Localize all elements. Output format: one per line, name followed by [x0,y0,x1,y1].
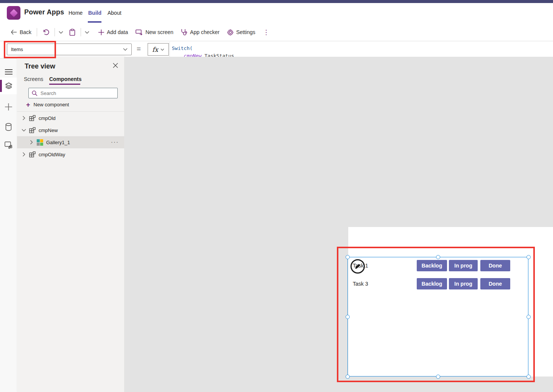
chevron-right-icon[interactable] [29,140,34,145]
tree-view-icon[interactable] [0,78,17,94]
more-commands-button[interactable]: ⋮ [259,26,273,38]
resize-handle[interactable] [527,255,531,259]
tree-item-cmpOld[interactable]: cmpOld [17,112,124,124]
tree-item-label: cmpOld [39,115,56,121]
nav-build[interactable]: Build [88,10,101,16]
settings-label: Settings [236,29,255,35]
top-brand-strip [0,0,553,3]
app-title: Power Apps [24,8,64,16]
chevron-right-icon[interactable] [22,116,26,120]
command-toolbar: Back Add data New screen App checker [0,23,553,41]
app-checker-button[interactable]: App checker [177,26,223,38]
back-button[interactable]: Back [7,26,35,38]
fx-button[interactable]: fx [148,43,169,56]
chevron-down-icon [59,31,63,34]
tree-item-list: cmpOldcmpNewGallery1_1···cmpOldWay [17,112,124,160]
fx-label: fx [152,46,158,53]
app-checker-label: App checker [190,29,220,35]
toolbar-separator [55,28,55,36]
app-header: Power Apps Home Build About [0,3,553,23]
more-vertical-icon: ⋮ [263,28,269,36]
component-icon [29,127,36,133]
close-icon[interactable] [113,63,118,68]
chevron-right-icon[interactable] [22,152,26,157]
tree-item-label: Gallery1_1 [46,140,70,145]
undo-redo-dropdown[interactable] [56,26,65,38]
tree-item-label: cmpOldWay [39,152,65,157]
edit-pencil-icon[interactable] [350,259,365,274]
undo-icon [42,29,49,35]
tree-item-cmpOldWay[interactable]: cmpOldWay [17,148,124,160]
in-prog-button[interactable]: In prog [449,278,478,289]
data-sources-icon[interactable] [0,118,17,135]
left-navigation-rail [0,59,17,392]
code-line: Switch( [172,45,551,52]
property-dropdown[interactable]: Items [7,44,132,55]
chevron-down-icon [85,31,89,34]
back-arrow-icon [11,30,17,35]
equals-sign: = [137,45,141,53]
insert-plus-icon[interactable] [0,98,17,115]
panel-title: Tree view [25,62,55,70]
tab-components[interactable]: Components [49,76,82,82]
backlog-button[interactable]: Backlog [417,260,447,271]
task-label: Task 3 [353,281,368,287]
chevron-down-icon [160,48,164,51]
undo-button[interactable] [39,26,53,38]
settings-gear-icon [227,29,234,36]
app-checker-icon [181,29,187,36]
gallery-row[interactable]: Task 3BacklogIn progDone [348,278,529,289]
more-options-icon[interactable]: ··· [111,138,119,145]
component-icon [29,115,36,121]
search-icon [32,90,37,96]
media-icon[interactable] [0,137,17,154]
active-nav-underline [88,21,101,23]
chevron-down-icon[interactable] [22,129,26,132]
resize-handle[interactable] [346,375,350,379]
divider [17,111,124,112]
active-tab-underline [49,84,80,85]
selected-gallery-control[interactable]: Task 1BacklogIn progDoneTask 3BacklogIn … [347,257,528,376]
new-screen-label: New screen [145,29,173,35]
plus-icon: + [26,102,30,107]
resize-handle[interactable] [527,315,531,319]
gallery-row[interactable]: Task 1BacklogIn progDone [348,260,529,271]
in-prog-button[interactable]: In prog [449,260,478,271]
tab-screens[interactable]: Screens [24,76,43,82]
resize-handle[interactable] [527,375,531,379]
power-apps-logo-icon[interactable] [7,6,20,20]
add-data-label: Add data [107,29,128,35]
plus-icon [98,30,104,35]
tree-item-cmpNew[interactable]: cmpNew [17,124,124,136]
tree-item-Gallery1_1[interactable]: Gallery1_1··· [17,136,124,148]
component-icon [29,151,36,157]
property-value: Items [11,47,23,52]
tree-search[interactable] [28,88,118,98]
tree-item-label: cmpNew [39,128,58,133]
toolbar-separator [81,28,81,36]
new-component-button[interactable]: + New component [26,102,69,107]
nav-home[interactable]: Home [69,10,83,16]
resize-handle[interactable] [436,255,440,259]
new-screen-button[interactable]: New screen [132,26,177,38]
back-label: Back [20,29,31,35]
paste-dropdown[interactable] [83,26,92,38]
paste-icon [69,29,75,36]
resize-handle[interactable] [436,375,440,379]
add-data-button[interactable]: Add data [95,26,132,38]
new-screen-icon [136,30,143,35]
paste-button[interactable] [65,26,79,38]
chevron-down-icon [123,48,128,51]
resize-handle[interactable] [346,315,350,319]
gallery-icon [37,139,43,146]
done-button[interactable]: Done [480,260,510,271]
diamond-glyph [9,9,17,17]
nav-about[interactable]: About [107,10,122,16]
search-input[interactable] [41,90,105,96]
done-button[interactable]: Done [480,278,510,289]
new-component-label: New component [34,102,69,107]
resize-handle[interactable] [346,255,350,259]
settings-button[interactable]: Settings [223,26,259,38]
backlog-button[interactable]: Backlog [417,278,447,289]
code-token-fn: Switch( [172,45,193,51]
